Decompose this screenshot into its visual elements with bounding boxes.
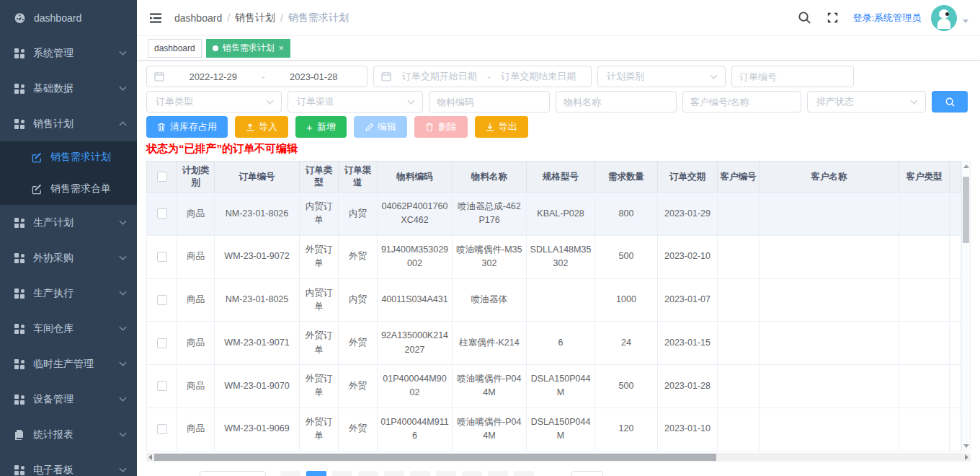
table-row[interactable]: 商品NM-23-01-8025内贸订单内贸40011S034A431喷油器体10… [147, 278, 961, 322]
tab-close-icon[interactable] [279, 44, 284, 53]
sidebar-item-production-plan[interactable]: 生产计划 [0, 205, 137, 240]
page-button[interactable]: 30 [488, 471, 508, 476]
table-cell: NM-23-01-8026 [215, 193, 300, 236]
row-checkbox[interactable] [157, 381, 167, 391]
row-checkbox[interactable] [157, 252, 167, 262]
horizontal-scrollbar[interactable] [146, 453, 971, 462]
sidebar-item-outsourcing[interactable]: 外协采购 [0, 240, 137, 276]
table-row[interactable]: 商品WM-23-01-9072外贸订单外贸91J400M353029002喷油嘴… [147, 235, 961, 278]
sidebar-item-system[interactable]: 系统管理 [0, 35, 137, 71]
search-button[interactable] [932, 91, 968, 113]
delete-button[interactable]: 删除 [414, 116, 468, 138]
header-search-button[interactable] [798, 11, 811, 25]
page-button[interactable]: 2 [332, 471, 352, 476]
table-cell [760, 193, 899, 236]
table-row[interactable]: 商品NM-23-01-8026内贸订单内贸04062P4001760XC462喷… [147, 193, 961, 236]
button-label: 编辑 [378, 120, 396, 133]
sidebar-item-temp-production[interactable]: 临时生产管理 [0, 346, 137, 382]
page-button[interactable]: 5 [410, 471, 430, 476]
select-all-checkbox[interactable] [157, 172, 167, 182]
fullscreen-button[interactable] [826, 11, 839, 25]
table-cell: 800 [595, 193, 658, 236]
prev-page-button[interactable]: ‹ [280, 471, 300, 476]
sidebar-item-production-exec[interactable]: 生产执行 [0, 276, 137, 311]
order-type-select[interactable]: 订单类型 [146, 91, 282, 113]
sidebar-toggle[interactable] [148, 11, 163, 25]
row-checkbox[interactable] [157, 424, 167, 434]
tab-sales-demand-plan[interactable]: 销售需求计划 [206, 39, 290, 58]
customer-input[interactable] [690, 97, 793, 107]
table-cell [899, 193, 950, 236]
page-button[interactable]: 3 [358, 471, 378, 476]
vertical-scrollbar[interactable] [961, 161, 971, 451]
page-button[interactable]: 6 [436, 471, 456, 476]
sidebar-item-label: 销售计划 [33, 118, 120, 131]
row-checkbox[interactable] [157, 338, 167, 348]
delivery-date-range-picker[interactable]: 订单交期开始日期 - 订单交期结束日期 [373, 66, 592, 87]
sidebar-item-sales-demand-plan[interactable]: 销售需求计划 [0, 141, 137, 173]
row-checkbox[interactable] [157, 295, 167, 305]
order-channel-select[interactable]: 订单渠道 [288, 91, 423, 113]
column-header: 计划类别 [177, 162, 215, 193]
import-button[interactable]: 导入 [235, 116, 288, 138]
next-page-button[interactable]: › [514, 471, 534, 476]
table-row[interactable]: 商品WM-23-01-9069外贸订单外贸01P400044M9116喷油嘴偶件… [147, 407, 961, 451]
table-cell: 喷油器总成-462P176 [453, 193, 527, 236]
create-date-range-picker[interactable]: 2022-12-29 - 2023-01-28 [146, 66, 368, 87]
page-button[interactable]: 4 [384, 471, 404, 476]
sidebar-item-label: 系统管理 [33, 47, 120, 60]
horizontal-scrollbar-thumb[interactable] [154, 454, 716, 461]
button-label: 清库存占用 [170, 120, 217, 133]
grid-icon [14, 83, 25, 94]
table-row[interactable]: 商品WM-23-01-9070外贸订单外贸01P400044M9002喷油嘴偶件… [147, 365, 961, 408]
sidebar-item-basedata[interactable]: 基础数据 [0, 71, 137, 106]
clear-stock-button[interactable]: 清库存占用 [146, 116, 228, 138]
material-code-input[interactable] [437, 97, 542, 107]
add-button[interactable]: + 新增 [295, 116, 347, 138]
export-button[interactable]: 导出 [475, 116, 528, 138]
scroll-left-arrow-icon[interactable] [148, 454, 152, 460]
sidebar-item-equipment[interactable]: 设备管理 [0, 382, 137, 417]
table-cell: WM-23-01-9071 [215, 322, 300, 365]
sidebar-item-dashboard[interactable]: dashboard [0, 0, 137, 35]
sidebar-item-sales-plan[interactable]: 销售计划 [0, 106, 137, 141]
column-header: 物料名称 [453, 162, 527, 193]
table-zone: 计划类别订单编号订单类型订单渠道物料编码物料名称规格型号需求数量订单交期客户编号… [146, 161, 971, 451]
table-cell [899, 322, 950, 365]
grid-icon [14, 118, 25, 130]
sidebar-item-reports[interactable]: 统计报表 [0, 417, 137, 452]
material-name-input[interactable] [564, 97, 669, 107]
table-row[interactable]: 商品WM-23-01-9071外贸订单外贸92A135000K2142027柱塞… [147, 322, 961, 365]
sidebar-item-sales-demand-merge[interactable]: 销售需求合单 [0, 173, 137, 205]
order-no-input[interactable] [739, 71, 846, 82]
scroll-right-arrow-icon[interactable] [965, 454, 968, 460]
table-cell: 92A135000K2142027 [378, 322, 453, 365]
schedule-status-select[interactable]: 排产状态 [807, 91, 926, 113]
vertical-scrollbar-thumb[interactable] [963, 177, 969, 243]
scroll-down-arrow-icon[interactable] [963, 444, 969, 448]
page-size-select[interactable]: 50条/页 [200, 471, 266, 476]
scroll-up-arrow-icon[interactable] [963, 164, 969, 168]
edit-button[interactable]: 编辑 [354, 116, 407, 138]
breadcrumb-separator: / [227, 12, 230, 24]
sidebar-item-workshop-warehouse[interactable]: 车间仓库 [0, 311, 137, 346]
pagination-ellipsis[interactable]: ••• [462, 471, 482, 476]
avatar[interactable] [931, 5, 957, 31]
tab-dashboard[interactable]: dashboard [148, 39, 202, 58]
breadcrumb-item[interactable]: 销售计划 [235, 12, 275, 25]
table-cell: 2023-01-29 [658, 193, 718, 236]
user-menu-caret-icon[interactable] [963, 19, 968, 23]
select-placeholder: 订单渠道 [297, 95, 334, 108]
grid-icon [14, 394, 25, 405]
table-header-row: 计划类别订单编号订单类型订单渠道物料编码物料名称规格型号需求数量订单交期客户编号… [147, 162, 961, 193]
button-label: 导入 [259, 120, 277, 133]
login-user-label[interactable]: 登录:系统管理员 [852, 12, 921, 25]
plan-category-select[interactable]: 计划类别 [597, 66, 726, 87]
sidebar-item-eboard[interactable]: 电子看板 [0, 452, 137, 476]
table-cell: 商品 [177, 278, 215, 322]
page-button[interactable]: 1 [306, 471, 326, 476]
breadcrumb-item[interactable]: dashboard [174, 12, 222, 24]
calendar-icon [381, 71, 391, 81]
row-checkbox[interactable] [157, 208, 167, 219]
goto-page-input[interactable] [571, 471, 603, 476]
